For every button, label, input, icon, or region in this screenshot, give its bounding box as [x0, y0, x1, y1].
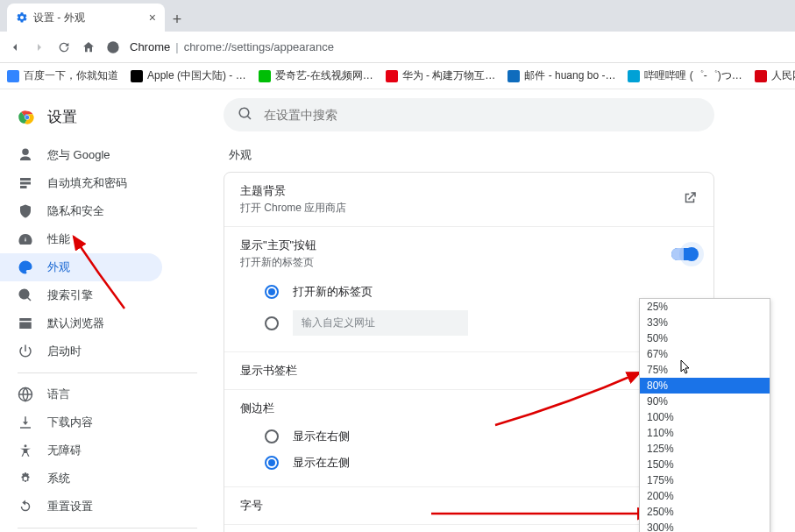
zoom-option[interactable]: 175%: [640, 472, 770, 488]
sidebar-item-browser[interactable]: 默认浏览器: [0, 309, 162, 337]
system-icon: [18, 471, 33, 486]
home-radio-custom[interactable]: 输入自定义网址: [240, 305, 698, 341]
zoom-option[interactable]: 90%: [640, 394, 770, 409]
sidebar-item-palette[interactable]: 外观: [0, 253, 162, 281]
shield-icon: [18, 203, 33, 219]
reload-icon[interactable]: [56, 39, 72, 55]
sidebar-item-search[interactable]: 搜索引擎: [0, 281, 162, 309]
zoom-option[interactable]: 25%: [640, 299, 770, 315]
sidebar-item-label: 系统: [47, 471, 70, 486]
browser-tab[interactable]: 设置 - 外观 ×: [7, 4, 165, 32]
bookmark-item[interactable]: Apple (中国大陆) - …: [131, 68, 246, 83]
bookmark-item[interactable]: 邮件 - huang bo -…: [508, 68, 615, 83]
radio-icon: [265, 316, 279, 330]
sidebar-separator: [18, 528, 197, 528]
sidebar-item-accessibility[interactable]: 无障碍: [0, 436, 162, 465]
row-sublabel: 打开新的标签页: [240, 255, 316, 270]
sidebar-item-speed[interactable]: 性能: [0, 225, 162, 253]
sidebar-item-label: 无障碍: [47, 443, 82, 458]
sidebar-item-label: 自动填充和密码: [47, 175, 127, 191]
sidebar-item-label: 隐私和安全: [47, 203, 104, 219]
sidebar-item-label: 默认浏览器: [47, 316, 104, 331]
svg-point-5: [25, 444, 27, 447]
sidebar-item-autofill[interactable]: 自动填充和密码: [0, 169, 162, 197]
speed-icon: [18, 231, 33, 247]
sidebar-item-shield[interactable]: 隐私和安全: [0, 197, 162, 225]
svg-point-3: [25, 115, 30, 119]
svg-point-0: [107, 41, 118, 53]
favicon-icon: [386, 70, 398, 82]
zoom-option[interactable]: 125%: [640, 441, 770, 457]
radio-icon: [265, 456, 279, 470]
home-button-toggle[interactable]: [671, 248, 698, 260]
chrome-icon: [105, 39, 121, 55]
sidebar-header: 设置: [0, 100, 215, 141]
sidebar-item-label: 启动时: [47, 344, 82, 359]
zoom-option[interactable]: 110%: [640, 425, 770, 441]
sidebar-item-power[interactable]: 启动时: [0, 337, 162, 365]
radio-icon: [265, 285, 279, 299]
sidebar-item-label: 外观: [47, 259, 70, 275]
tab-strip: 设置 - 外观 × +: [0, 0, 795, 32]
favicon-icon: [131, 70, 143, 82]
bookmark-item[interactable]: 哔哩哔哩 (゜-゜)つ…: [628, 68, 742, 83]
settings-search[interactable]: [224, 98, 714, 131]
sidebar-separator: [18, 372, 197, 373]
forward-icon: [32, 39, 47, 55]
bookmark-item[interactable]: 百度一下，你就知道: [7, 68, 118, 83]
sidebar-item-label: 下载内容: [47, 415, 93, 430]
zoom-option[interactable]: 50%: [640, 330, 770, 346]
browser-icon: [18, 316, 33, 331]
zoom-dropdown[interactable]: 25%33%50%67%75%80%90%100%110%125%150%175…: [639, 298, 770, 532]
url-path: chrome://settings/appearance: [184, 40, 334, 53]
url-display[interactable]: Chrome | chrome://settings/appearance: [130, 40, 334, 53]
radio-label: 显示在左侧: [293, 455, 350, 471]
bookmark-item[interactable]: 华为 - 构建万物互…: [386, 68, 496, 83]
sidebar-item-system[interactable]: 系统: [0, 465, 162, 493]
home-icon[interactable]: [81, 39, 96, 55]
row-label: 主题背景: [240, 183, 346, 199]
search-icon: [238, 106, 253, 124]
row-sublabel: 打开 Chrome 应用商店: [240, 201, 346, 216]
sidebar-title: 设置: [47, 107, 77, 127]
sidebar-item-person[interactable]: 您与 Google: [0, 141, 162, 169]
back-icon[interactable]: [7, 39, 23, 55]
search-input[interactable]: [264, 108, 700, 122]
chrome-logo-icon: [18, 108, 37, 127]
favicon-icon: [259, 70, 271, 82]
zoom-option[interactable]: 200%: [640, 488, 770, 504]
reset-icon: [18, 499, 33, 514]
bookmark-item[interactable]: 爱奇艺-在线视频网…: [259, 68, 373, 83]
row-label: 显示"主页"按钮: [240, 238, 316, 253]
sidebar-radio-right[interactable]: 显示在右侧: [240, 423, 698, 450]
bookmark-label: 华为 - 构建万物互…: [402, 68, 496, 83]
sidebar-item-reset[interactable]: 重置设置: [0, 493, 162, 521]
zoom-option[interactable]: 250%: [640, 504, 770, 520]
zoom-option[interactable]: 300%: [640, 520, 770, 532]
zoom-option[interactable]: 100%: [640, 409, 770, 425]
sidebar-item-label: 语言: [47, 387, 70, 402]
sidebar-radio-left[interactable]: 显示在左侧: [240, 450, 698, 476]
new-tab-button[interactable]: +: [165, 7, 189, 32]
download-icon: [18, 415, 33, 430]
zoom-option[interactable]: 75%: [640, 362, 770, 378]
autofill-icon: [18, 175, 33, 191]
sidebar-item-lang[interactable]: 语言: [0, 380, 162, 408]
url-host: Chrome: [130, 40, 170, 53]
custom-url-input[interactable]: 输入自定义网址: [293, 310, 468, 336]
sidebar-item-download[interactable]: 下载内容: [0, 408, 162, 436]
close-icon[interactable]: ×: [149, 11, 156, 25]
bookmark-item[interactable]: 人民网_网上的人民…: [755, 68, 795, 83]
home-radio-newtab[interactable]: 打开新的标签页: [240, 279, 698, 305]
settings-sidebar: 设置 您与 Google自动填充和密码隐私和安全性能外观搜索引擎默认浏览器启动时…: [0, 89, 215, 532]
row-label: 字号: [240, 498, 263, 514]
palette-icon: [18, 259, 33, 275]
open-external-icon[interactable]: [682, 190, 698, 209]
bookmark-label: 哔哩哔哩 (゜-゜)つ…: [644, 68, 742, 83]
zoom-option[interactable]: 80%: [640, 378, 770, 394]
zoom-option[interactable]: 67%: [640, 346, 770, 362]
row-label: 显示书签栏: [240, 363, 297, 379]
row-theme[interactable]: 主题背景 打开 Chrome 应用商店: [224, 173, 713, 227]
zoom-option[interactable]: 33%: [640, 315, 770, 330]
zoom-option[interactable]: 150%: [640, 457, 770, 472]
